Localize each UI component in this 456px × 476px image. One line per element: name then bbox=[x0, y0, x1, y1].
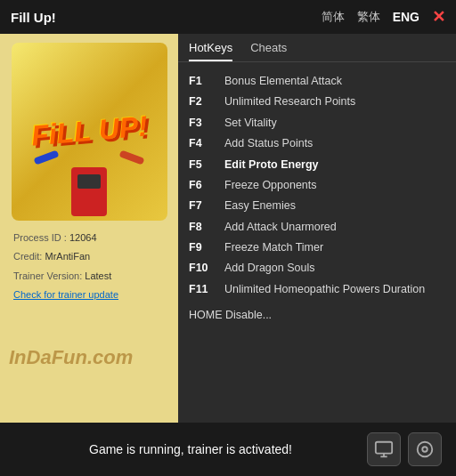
watermark: InDaFun.com bbox=[9, 346, 178, 369]
main-content: FiLL UP! Process ID : 12064 Credit: MrAn… bbox=[0, 34, 456, 423]
credit-value: MrAntiFan bbox=[45, 251, 90, 262]
svg-point-4 bbox=[422, 447, 428, 452]
hotkey-action: Unlimited Research Points bbox=[224, 93, 355, 110]
lang-simplified[interactable]: 简体 bbox=[322, 9, 345, 25]
pump-handle-left bbox=[33, 149, 59, 165]
app-title: Fill Up! bbox=[11, 10, 56, 25]
svg-point-3 bbox=[418, 442, 433, 457]
pump-handle-right bbox=[118, 149, 144, 165]
hotkey-action: Set Vitality bbox=[224, 115, 277, 132]
tabs-bar: HotKeys Cheats bbox=[178, 34, 456, 62]
tab-cheats[interactable]: Cheats bbox=[250, 41, 287, 61]
music-button[interactable] bbox=[408, 432, 442, 466]
hotkey-action: Unlimited Homeopathic Powers Duration bbox=[224, 281, 425, 298]
status-bar: Game is running, trainer is activated! bbox=[0, 423, 456, 476]
home-row: HOME Disable... bbox=[189, 307, 445, 323]
hotkey-row: F7Easy Enemies bbox=[189, 196, 445, 216]
close-button[interactable]: ✕ bbox=[432, 9, 445, 25]
update-link[interactable]: Check for trainer update bbox=[13, 289, 118, 300]
credit-row: Credit: MrAntiFan bbox=[13, 250, 165, 263]
pump-illustration bbox=[53, 136, 125, 216]
hotkey-row: F3Set Vitality bbox=[189, 113, 445, 133]
hotkey-key: F7 bbox=[189, 198, 217, 214]
status-icons bbox=[367, 432, 442, 466]
hotkey-key: F5 bbox=[189, 157, 217, 173]
title-bar-controls: 简体 繁体 ENG ✕ bbox=[322, 9, 445, 25]
lang-traditional[interactable]: 繁体 bbox=[357, 9, 380, 25]
hotkey-row: F4Add Status Points bbox=[189, 133, 445, 154]
hotkey-row: F11Unlimited Homeopathic Powers Duration bbox=[189, 279, 445, 300]
hotkey-row: F10Add Dragon Souls bbox=[189, 258, 445, 278]
monitor-icon bbox=[374, 440, 394, 459]
process-value: 12064 bbox=[69, 232, 97, 243]
status-message: Game is running, trainer is activated! bbox=[14, 442, 367, 456]
game-logo: FiLL UP! bbox=[12, 43, 167, 221]
hotkey-action: Freeze Opponents bbox=[224, 177, 317, 194]
pump-screen bbox=[77, 174, 101, 189]
right-panel: HotKeys Cheats F1Bonus Elemental AttackF… bbox=[178, 34, 456, 423]
hotkey-action: Easy Enemies bbox=[224, 198, 296, 214]
hotkey-key: F2 bbox=[189, 93, 217, 110]
hotkey-row: F5Edit Proto Energy bbox=[189, 155, 445, 175]
left-panel: FiLL UP! Process ID : 12064 Credit: MrAn… bbox=[0, 34, 178, 423]
hotkey-key: F8 bbox=[189, 219, 217, 236]
title-bar: Fill Up! 简体 繁体 ENG ✕ bbox=[0, 0, 456, 34]
hotkey-key: F1 bbox=[189, 73, 217, 90]
hotkey-key: F10 bbox=[189, 260, 217, 277]
hotkey-action: Bonus Elemental Attack bbox=[224, 73, 342, 90]
hotkey-key: F4 bbox=[189, 135, 217, 152]
svg-rect-0 bbox=[376, 442, 392, 454]
version-value: Latest bbox=[85, 270, 111, 281]
hotkey-action: Freeze Match Timer bbox=[224, 239, 323, 256]
hotkey-key: F6 bbox=[189, 177, 217, 194]
hotkey-key: F9 bbox=[189, 239, 217, 256]
lang-english[interactable]: ENG bbox=[393, 10, 419, 24]
hotkeys-list: F1Bonus Elemental AttackF2Unlimited Rese… bbox=[178, 62, 456, 423]
credit-label: Credit: bbox=[13, 251, 42, 262]
hotkey-action: Add Status Points bbox=[224, 135, 313, 152]
process-label: Process ID : bbox=[13, 232, 67, 243]
version-row: Trainer Version: Latest bbox=[13, 270, 165, 283]
hotkey-row: F6Freeze Opponents bbox=[189, 175, 445, 196]
hotkey-action: Add Attack Unarmored bbox=[224, 219, 337, 236]
hotkey-action: Add Dragon Souls bbox=[224, 260, 314, 277]
info-section: Process ID : 12064 Credit: MrAntiFan Tra… bbox=[9, 231, 169, 308]
hotkey-action: Edit Proto Energy bbox=[224, 157, 319, 173]
hotkey-key: F3 bbox=[189, 115, 217, 132]
process-id-row: Process ID : 12064 bbox=[13, 231, 165, 245]
hotkey-row: F8Add Attack Unarmored bbox=[189, 217, 445, 238]
hotkey-row: F2Unlimited Research Points bbox=[189, 92, 445, 112]
hotkey-row: F9Freeze Match Timer bbox=[189, 238, 445, 258]
music-icon bbox=[415, 440, 435, 459]
hotkey-key: F11 bbox=[189, 281, 217, 298]
pump-body bbox=[71, 167, 107, 216]
version-label: Trainer Version: bbox=[13, 270, 82, 281]
monitor-button[interactable] bbox=[367, 432, 401, 466]
hotkey-row: F1Bonus Elemental Attack bbox=[189, 71, 445, 92]
update-row[interactable]: Check for trainer update bbox=[13, 288, 165, 302]
tab-hotkeys[interactable]: HotKeys bbox=[189, 41, 232, 61]
